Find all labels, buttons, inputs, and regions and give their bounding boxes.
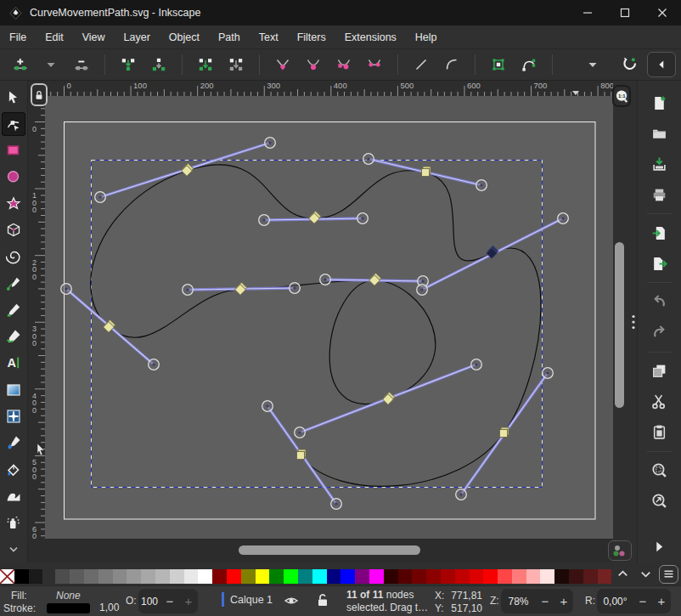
menu-filters[interactable]: Filters	[288, 28, 335, 47]
expand-panel-button[interactable]	[647, 534, 673, 559]
canvas[interactable]	[45, 96, 613, 539]
layer-name[interactable]: Calque 1	[230, 594, 273, 606]
pen-tool[interactable]	[2, 272, 25, 295]
palette-menu-button[interactable]	[659, 565, 678, 584]
import-button[interactable]	[647, 221, 673, 246]
auto-node-button[interactable]	[359, 52, 390, 77]
stroke-color-swatch[interactable]	[47, 603, 90, 613]
palette-swatch[interactable]	[598, 569, 612, 584]
open-button[interactable]	[647, 122, 673, 146]
palette-swatch[interactable]	[498, 569, 512, 584]
palette-swatch[interactable]	[583, 569, 598, 584]
mesh-tool[interactable]	[2, 404, 25, 427]
break-nodes-button[interactable]	[144, 52, 174, 77]
join-nodes-button[interactable]	[113, 52, 144, 77]
stroke-to-path-button[interactable]	[514, 52, 544, 77]
palette-swatch[interactable]	[113, 569, 127, 584]
export-button[interactable]	[647, 251, 673, 276]
dropdown-light-button[interactable]	[577, 52, 608, 77]
corner-node-button[interactable]	[267, 52, 298, 77]
palette-swatch[interactable]	[540, 569, 554, 584]
calligraphy-tool[interactable]	[2, 325, 25, 348]
box3d-tool[interactable]	[2, 218, 25, 241]
palette-swatch[interactable]	[512, 569, 526, 584]
zoom-selection-button[interactable]	[647, 458, 673, 483]
print-button[interactable]	[647, 183, 673, 207]
palette-swatch[interactable]	[569, 569, 583, 584]
palette-swatch[interactable]	[398, 569, 413, 584]
palette-swatch[interactable]	[384, 569, 398, 584]
delete-node-button[interactable]	[66, 52, 97, 77]
palette-swatch[interactable]	[298, 569, 312, 584]
zoom-drawing-button[interactable]	[647, 489, 673, 513]
palette-swatch[interactable]	[141, 569, 155, 584]
minimize-button[interactable]	[569, 0, 606, 25]
redo-button[interactable]	[647, 320, 673, 345]
node-tool[interactable]	[2, 112, 25, 135]
menu-file[interactable]: File	[0, 28, 36, 47]
palette-swatch[interactable]	[212, 569, 227, 584]
fill-value[interactable]: None	[56, 590, 81, 602]
opacity-value[interactable]: 100	[138, 596, 160, 608]
zoom-increase-button[interactable]: +	[554, 594, 573, 608]
palette-swatch[interactable]	[70, 569, 84, 584]
palette-swatch[interactable]	[241, 569, 256, 584]
rotation-value[interactable]: 0,00°	[597, 596, 633, 608]
opacity-spinbox[interactable]: 100 − +	[138, 589, 198, 613]
menu-path[interactable]: Path	[209, 28, 250, 47]
snap-button[interactable]	[614, 52, 644, 77]
rotation-increase-button[interactable]: +	[652, 594, 671, 608]
palette-swatch[interactable]	[269, 569, 284, 584]
collapse-toolbar-button[interactable]	[647, 52, 676, 77]
delete-segment-button[interactable]	[221, 52, 251, 77]
zoom-1-1-button[interactable]: 1:1	[612, 85, 631, 107]
horizontal-scrollbar-thumb[interactable]	[239, 545, 420, 555]
menu-help[interactable]: Help	[406, 28, 447, 47]
pencil-tool[interactable]	[2, 298, 25, 321]
palette-swatch[interactable]	[127, 569, 141, 584]
menu-edit[interactable]: Edit	[36, 28, 73, 47]
palette-swatch[interactable]	[155, 569, 170, 584]
undo-button[interactable]	[647, 290, 673, 314]
close-button[interactable]	[644, 0, 681, 25]
opacity-increase-button[interactable]: +	[179, 594, 198, 608]
color-managed-display-button[interactable]	[608, 540, 632, 561]
zoom-value[interactable]: 78%	[501, 596, 536, 608]
palette-swatch[interactable]	[526, 569, 541, 584]
palette-swatch[interactable]	[355, 569, 369, 584]
palette-swatch[interactable]	[284, 569, 298, 584]
star-tool[interactable]	[2, 192, 25, 215]
palette-swatch[interactable]	[554, 569, 569, 584]
menu-view[interactable]: View	[73, 28, 115, 47]
copy-button[interactable]	[647, 359, 673, 383]
palette-swatch[interactable]	[198, 569, 212, 584]
new-document-button[interactable]	[647, 91, 673, 116]
insert-node-button[interactable]	[5, 52, 36, 77]
maximize-button[interactable]	[606, 0, 644, 25]
more-tools[interactable]	[2, 538, 25, 561]
gradient-tool[interactable]	[2, 378, 25, 401]
menu-object[interactable]: Object	[160, 28, 209, 47]
horizontal-ruler[interactable]: 0100200300400500600700800	[45, 81, 613, 96]
ellipse-tool[interactable]	[2, 166, 25, 189]
dropdown-button[interactable]	[36, 52, 66, 77]
spray-tool[interactable]	[2, 511, 25, 534]
palette-swatch[interactable]	[441, 569, 455, 584]
symmetric-node-button[interactable]	[329, 52, 359, 77]
lock-rulers-button[interactable]	[31, 83, 48, 106]
join-segment-button[interactable]	[190, 52, 221, 77]
selector-tool[interactable]	[2, 86, 25, 109]
line-segment-button[interactable]	[406, 52, 436, 77]
horizontal-scrollbar[interactable]	[28, 539, 613, 562]
zoom-spinbox[interactable]: 78% − +	[501, 589, 573, 613]
palette-swatch[interactable]	[55, 569, 70, 584]
menu-text[interactable]: Text	[250, 28, 288, 47]
palette-swatch-none[interactable]	[0, 569, 14, 584]
palette-swatch[interactable]	[327, 569, 341, 584]
save-button[interactable]	[647, 152, 673, 177]
palette-swatch[interactable]	[412, 569, 426, 584]
opacity-decrease-button[interactable]: −	[160, 594, 179, 608]
palette-swatch[interactable]	[98, 569, 113, 584]
menu-layer[interactable]: Layer	[115, 28, 160, 47]
zoom-decrease-button[interactable]: −	[536, 594, 554, 608]
